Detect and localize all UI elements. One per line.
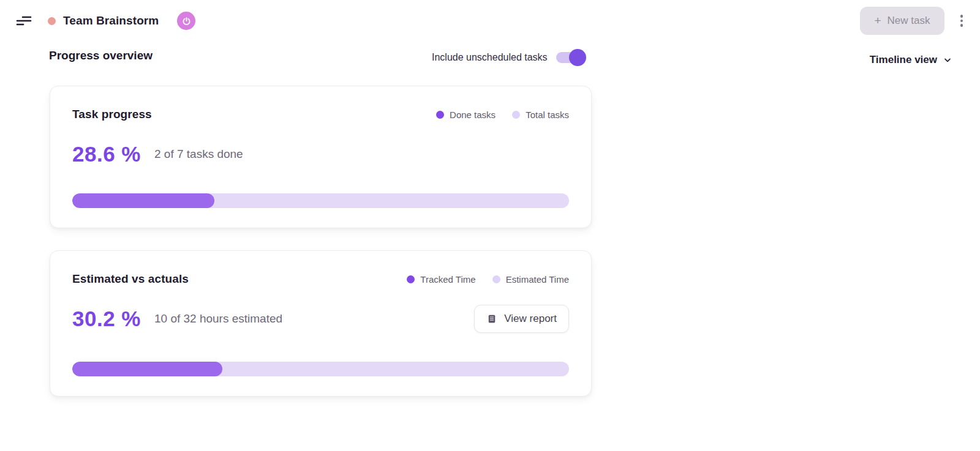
sort-icon[interactable] [16, 15, 32, 27]
toggle-label: Include unscheduled tasks [432, 52, 548, 63]
time-progress-bar [72, 362, 569, 376]
project-title-group: Team Brainstorm [48, 12, 195, 30]
tracked-time-dot [407, 275, 415, 283]
plus-icon: + [874, 17, 881, 25]
time-progress-percent: 30.2 % [72, 307, 141, 331]
card-title: Task progress [72, 108, 152, 121]
new-task-button[interactable]: + New task [860, 7, 944, 35]
progress-cards: Task progress Done tasks Total tasks 28.… [50, 86, 592, 397]
legend: Done tasks Total tasks [436, 110, 569, 120]
switch-knob [569, 49, 586, 66]
done-tasks-dot [436, 111, 444, 119]
include-unscheduled-toggle-group[interactable]: Include unscheduled tasks [432, 49, 586, 66]
task-progress-percent: 28.6 % [72, 142, 141, 166]
time-progress-bar-fill [72, 362, 222, 376]
new-task-label: New task [888, 15, 930, 27]
estimated-vs-actuals-card: Estimated vs actuals Tracked Time Estima… [50, 250, 592, 397]
legend-item-done-tasks: Done tasks [436, 110, 496, 120]
project-title: Team Brainstorm [63, 14, 159, 28]
view-selector-label: Timeline view [870, 54, 937, 66]
report-icon [486, 313, 497, 324]
task-progress-bar-fill [72, 193, 214, 208]
include-unscheduled-switch[interactable] [556, 49, 586, 66]
estimated-time-dot [492, 275, 500, 283]
card-title: Estimated vs actuals [72, 272, 189, 286]
task-progress-caption: 2 of 7 tasks done [154, 147, 243, 161]
top-bar: Team Brainstorm + New task [0, 0, 980, 42]
power-icon [181, 16, 192, 26]
time-progress-caption: 10 of 32 hours estimated [154, 312, 282, 326]
topbar-actions: + New task [860, 7, 965, 35]
legend-item-tracked-time: Tracked Time [407, 274, 475, 285]
view-selector-dropdown[interactable]: Timeline view [870, 54, 952, 66]
page-title: Progress overview [49, 49, 153, 62]
chevron-down-icon [943, 55, 952, 65]
task-progress-card: Task progress Done tasks Total tasks 28.… [50, 86, 592, 228]
legend-item-estimated-time: Estimated Time [492, 274, 569, 285]
legend: Tracked Time Estimated Time [407, 274, 569, 285]
progress-header-row: Progress overview Include unscheduled ta… [0, 42, 980, 77]
view-report-label: View report [504, 313, 557, 325]
task-progress-bar [72, 193, 569, 208]
total-tasks-dot [512, 111, 520, 119]
view-report-button[interactable]: View report [474, 305, 569, 333]
kebab-menu-icon[interactable] [958, 12, 966, 29]
automation-power-button[interactable] [177, 12, 195, 30]
legend-item-total-tasks: Total tasks [512, 110, 569, 120]
project-color-dot [48, 17, 56, 25]
